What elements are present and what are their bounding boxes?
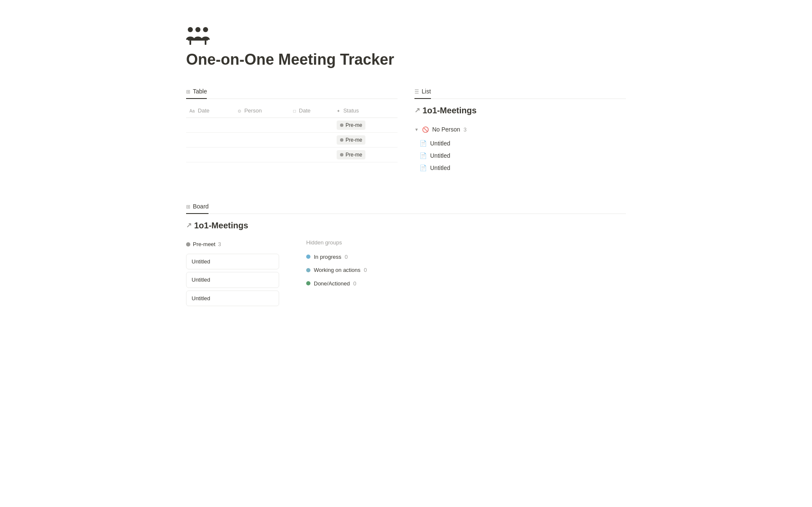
col-date-icon: Aa [189,109,195,113]
board-column-header[interactable]: Pre-meet 3 [186,238,279,250]
cell-person-2 [234,132,290,147]
list-view-section: ☰ List ↗ 1o1-Meetings ▼ 🚫 No Person 3 📄 … [414,85,626,174]
hidden-group-working[interactable]: Working on actions 0 [306,264,367,276]
svg-rect-3 [188,39,208,41]
board-content: Pre-meet 3 Untitled Untitled Untitled Hi… [186,238,626,309]
status-badge-3: Pre-me [337,150,365,159]
meetings-table: Aa Date ⊙ Person □ Date ✦ [186,104,398,162]
col-date2-icon: □ [293,109,296,113]
svg-point-2 [203,27,208,32]
cell-date-3 [186,147,234,162]
cell-status-3: Pre-me [333,147,398,162]
done-dot [306,281,310,285]
status-badge-1: Pre-me [337,121,365,130]
list-linked-db-title: ↗ 1o1-Meetings [414,104,626,117]
doc-icon-1: 📄 [420,139,427,148]
hidden-group-in-progress[interactable]: In progress 0 [306,251,367,263]
hidden-groups-label: Hidden groups [306,238,367,247]
cell-person-1 [234,118,290,132]
table-view-section: ⊞ Table Aa Date ⊙ Person [186,85,398,174]
status-dot-2 [340,138,343,142]
col-status[interactable]: ✦ Status [333,104,398,118]
board-arrow-icon: ↗ [186,220,192,230]
table-tab-icon: ⊞ [186,88,190,96]
doc-icon-2: 📄 [420,151,427,160]
page-icon [186,25,626,48]
col-person-icon: ⊙ [238,109,241,113]
doc-icon-3: 📄 [420,164,427,173]
list-arrow-icon: ↗ [414,105,420,115]
group-name: No Person [432,125,460,134]
cell-date2-3 [290,147,333,162]
board-card-2[interactable]: Untitled [186,272,279,288]
svg-rect-5 [205,41,206,45]
board-card-3[interactable]: Untitled [186,290,279,307]
board-tab[interactable]: ⊞ Board [186,200,208,214]
table-tab-label: Table [193,87,207,96]
hidden-groups-section: Hidden groups In progress 0 Working on a… [306,238,367,291]
col-date[interactable]: Aa Date [186,104,234,118]
cell-status-2: Pre-me [333,132,398,147]
hidden-group-done[interactable]: Done/Actioned 0 [306,278,367,290]
board-card-1[interactable]: Untitled [186,254,279,270]
board-column-premeet: Pre-meet 3 Untitled Untitled Untitled [186,238,279,309]
col-date2[interactable]: □ Date [290,104,333,118]
status-dot-1 [340,123,343,127]
table-row[interactable]: Pre-me [186,147,398,162]
list-group-header[interactable]: ▼ 🚫 No Person 3 [414,123,626,136]
board-tab-icon: ⊞ [186,203,190,211]
working-dot [306,268,310,272]
cell-date2-2 [290,132,333,147]
toggle-icon: ▼ [414,126,419,133]
list-item-1[interactable]: 📄 Untitled [414,137,626,150]
board-tab-label: Board [193,202,208,211]
table-tab-bar: ⊞ Table [186,85,398,99]
list-tab-icon: ☰ [414,88,419,96]
cell-date2-1 [290,118,333,132]
list-tab[interactable]: ☰ List [414,85,431,99]
col-person[interactable]: ⊙ Person [234,104,290,118]
svg-point-0 [188,27,193,32]
svg-rect-4 [189,41,191,45]
premeet-dot [186,242,190,247]
page-title: One-on-One Meeting Tracker [186,48,626,71]
cell-status-1: Pre-me [333,118,398,132]
svg-point-1 [195,27,200,32]
cell-date-1 [186,118,234,132]
no-person-icon: 🚫 [422,126,429,134]
in-progress-dot [306,255,310,259]
table-row[interactable]: Pre-me [186,132,398,147]
list-tab-label: List [422,87,431,96]
list-tab-bar: ☰ List [414,85,626,99]
board-view-section: ⊞ Board ↗ 1o1-Meetings Pre-meet 3 Untitl… [186,200,626,309]
col-status-icon: ✦ [337,109,340,113]
list-item-2[interactable]: 📄 Untitled [414,150,626,162]
table-row[interactable]: Pre-me [186,118,398,132]
cell-date-2 [186,132,234,147]
status-dot-3 [340,153,343,156]
group-count: 3 [464,126,466,134]
status-badge-2: Pre-me [337,135,365,145]
board-linked-db-title: ↗ 1o1-Meetings [186,219,626,232]
table-tab[interactable]: ⊞ Table [186,85,207,99]
list-item-3[interactable]: 📄 Untitled [414,162,626,174]
cell-person-3 [234,147,290,162]
board-tab-bar: ⊞ Board [186,200,626,214]
